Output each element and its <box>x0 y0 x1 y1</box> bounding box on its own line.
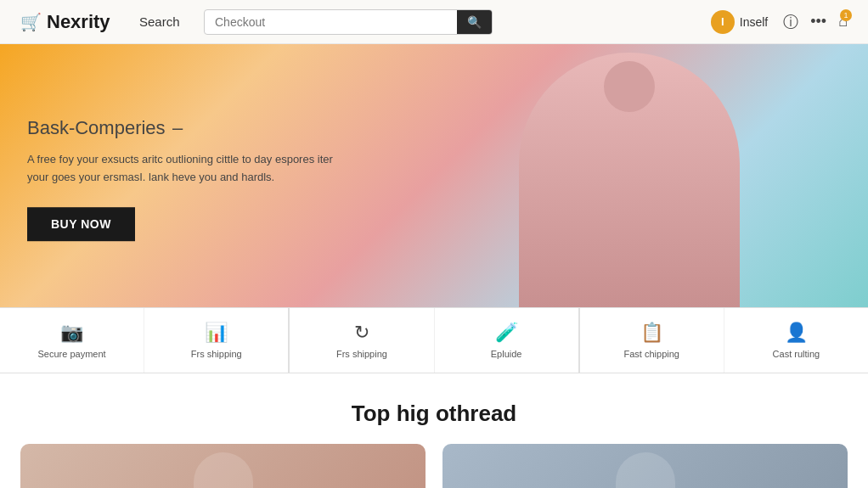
feature-epluide: 🧪 Epluide <box>435 308 578 373</box>
logo-icon: 🛒 <box>20 12 42 32</box>
help-icon: ⓘ <box>783 14 798 31</box>
feature-group-3: 📋 Fast chipping 👤 Cast rulting <box>580 308 868 373</box>
products-row <box>0 444 868 488</box>
secure-payment-label: Secure payment <box>38 349 106 359</box>
frs-shipping-2-icon: ↻ <box>354 322 369 344</box>
feature-group-1: 📷 Secure payment 📊 Frs shipping <box>0 308 289 373</box>
search-button[interactable]: 🔍 <box>457 10 492 34</box>
buy-now-button[interactable]: BUY NOW <box>27 207 135 241</box>
trending-section: Top hig othread <box>0 373 868 444</box>
cast-rulting-icon: 👤 <box>785 322 808 344</box>
feature-fast-chipping: 📋 Fast chipping <box>580 308 724 373</box>
header-right: I Inself ⓘ ••• ⌂ 1 <box>711 10 848 34</box>
search-bar: 🔍 <box>204 9 493 35</box>
hero-title-main: Bask-Comperies <box>27 117 166 138</box>
header: 🛒 Nexrity Search 🔍 I Inself ⓘ ••• ⌂ 1 <box>0 0 868 44</box>
help-button[interactable]: ⓘ <box>783 12 798 32</box>
frs-shipping-1-label: Frs shipping <box>191 349 242 359</box>
secure-payment-icon: 📷 <box>60 322 83 344</box>
logo-text: Nexrity <box>47 11 110 33</box>
cast-rulting-label: Cast rulting <box>773 349 820 359</box>
frs-shipping-1-icon: 📊 <box>205 322 228 344</box>
hero-title-suffix: – <box>172 117 183 138</box>
nav-search-label: Search <box>139 14 190 29</box>
feature-frs-shipping-2: ↻ Frs shipping <box>290 308 434 373</box>
hero-section: Bask-Comperies – A free foy your exsucts… <box>0 44 868 307</box>
features-row: 📷 Secure payment 📊 Frs shipping ↻ Frs sh… <box>0 307 868 373</box>
header-icons: ⓘ ••• ⌂ 1 <box>783 12 848 32</box>
product-1-figure <box>194 452 253 488</box>
feature-group-2: ↻ Frs shipping 🧪 Epluide <box>290 308 578 373</box>
frs-shipping-2-label: Frs shipping <box>336 349 387 359</box>
hero-image <box>391 44 868 307</box>
hero-description: A free foy your exsucts aritc outlioning… <box>27 151 350 187</box>
feature-secure-payment: 📷 Secure payment <box>0 308 144 373</box>
cart-badge: 1 <box>840 9 852 21</box>
product-card-2[interactable] <box>442 444 848 488</box>
search-input[interactable] <box>205 10 457 34</box>
more-icon: ••• <box>810 13 826 30</box>
hero-model-figure <box>519 53 740 307</box>
hero-title: Bask-Comperies – <box>27 110 350 141</box>
product-2-figure <box>616 452 675 488</box>
section-title: Top hig othread <box>20 401 848 427</box>
fast-chipping-label: Fast chipping <box>624 349 679 359</box>
epluide-label: Epluide <box>491 349 522 359</box>
more-button[interactable]: ••• <box>810 13 826 31</box>
search-icon: 🔍 <box>467 15 482 29</box>
logo[interactable]: 🛒 Nexrity <box>20 11 139 33</box>
product-card-1[interactable] <box>20 444 426 488</box>
feature-cast-rulting: 👤 Cast rulting <box>724 308 868 373</box>
cart-button[interactable]: ⌂ 1 <box>838 13 848 31</box>
avatar: I <box>711 10 735 34</box>
header-user[interactable]: I Inself <box>711 10 768 34</box>
fast-chipping-icon: 📋 <box>640 322 663 344</box>
epluide-icon: 🧪 <box>495 322 518 344</box>
feature-frs-shipping-1: 📊 Frs shipping <box>144 308 288 373</box>
user-label: Inself <box>740 15 768 29</box>
hero-content: Bask-Comperies – A free foy your exsucts… <box>27 110 350 241</box>
